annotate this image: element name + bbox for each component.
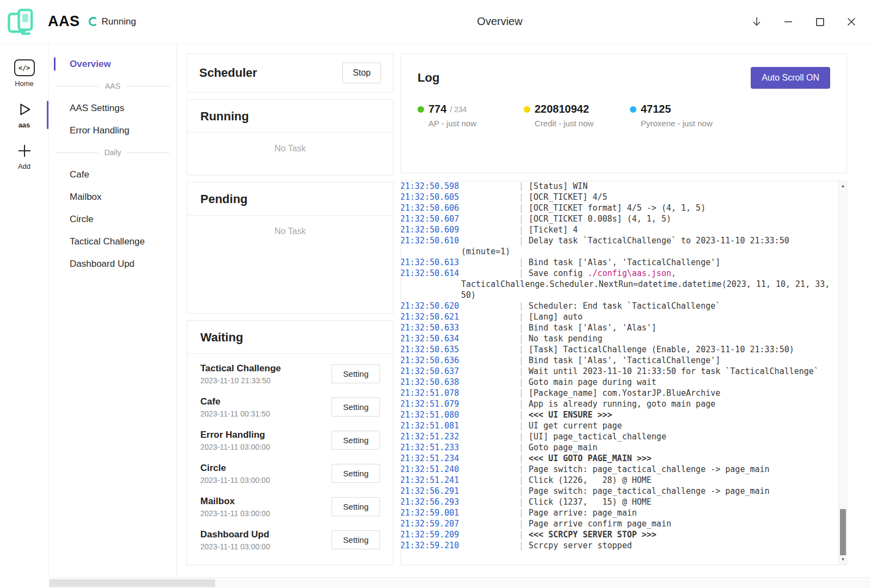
update-download-button[interactable] — [746, 11, 768, 33]
log-time: 21:32:50.636 — [452, 355, 519, 366]
waiting-task-time: 2023-11-11 03:00:00 — [200, 509, 270, 518]
sidebar-item-label: Cafe — [70, 169, 89, 180]
log-message: Click (1226, 28) @ HOME — [529, 475, 652, 485]
log-stat: 774/ 234AP - just now — [418, 103, 524, 128]
sidebar-section-label: AAS — [105, 82, 120, 90]
waiting-title: Waiting — [187, 330, 393, 345]
log-scrollbar[interactable]: ▲ ▼ — [838, 181, 847, 565]
sidebar-item-dashboard-upd[interactable]: Dashboard Upd — [49, 253, 176, 275]
stat-value: 220810942 — [535, 103, 589, 115]
close-button[interactable] — [841, 11, 862, 33]
waiting-task-setting-button[interactable]: Setting — [332, 497, 380, 516]
log-line: INFO21:32:50.614| Save config ./config\a… — [409, 268, 835, 301]
rail-item-home[interactable]: </> Home — [0, 53, 48, 94]
log-separator: | — [519, 454, 529, 463]
waiting-card: Waiting Tactical Challenge2023-11-10 21:… — [187, 320, 394, 565]
log-line: INFO21:32:50.636| Bind task ['Alas', 'Ta… — [409, 355, 835, 366]
log-separator: | — [519, 225, 529, 235]
maximize-icon — [815, 17, 825, 27]
log-separator: | — [519, 541, 529, 550]
log-separator: | — [519, 192, 529, 202]
log-time: 21:32:59.210 — [452, 540, 519, 551]
log-time: 21:32:59.207 — [452, 518, 519, 529]
stat-dot-icon — [418, 106, 424, 113]
stat-label: Pyroxene - just now — [630, 119, 736, 128]
log-line: INFO21:32:59.209| <<< SCRCPY SERVER STOP… — [409, 529, 835, 540]
rail-item-add[interactable]: Add — [0, 136, 48, 176]
sidebar-item-mailbox[interactable]: Mailbox — [49, 186, 176, 208]
log-line: INFO21:32:50.637| Wait until 2023-11-10 … — [409, 366, 835, 377]
waiting-task-name: Circle — [200, 463, 270, 474]
log-message: <<< UI GOTO PAGE_MAIN >>> — [529, 454, 652, 463]
log-separator: | — [519, 508, 529, 518]
log-line: INFO21:32:51.241| Click (1226, 28) @ HOM… — [409, 475, 835, 486]
log-time: 21:32:50.606 — [452, 203, 519, 213]
log-line: INFO21:32:51.240| Page switch: page_tact… — [409, 464, 835, 475]
waiting-task-setting-button[interactable]: Setting — [332, 464, 380, 483]
running-spinner-icon — [89, 17, 98, 26]
log-separator: | — [519, 301, 529, 311]
waiting-task-setting-button[interactable]: Setting — [332, 530, 380, 549]
log-stats: 774/ 234AP - just now220810942Credit - j… — [418, 103, 830, 128]
log-line: INFO21:32:51.079| App is already running… — [409, 399, 835, 409]
log-line: INFO21:32:50.598| [Status] WIN — [409, 181, 835, 192]
log-separator: | — [519, 181, 529, 191]
waiting-task-row: Tactical Challenge2023-11-10 21:33:50Set… — [200, 357, 380, 390]
sidebar-item-cafe[interactable]: Cafe — [49, 163, 176, 186]
log-scrollbar-thumb[interactable] — [840, 509, 846, 555]
log-line: INFO21:32:51.232| [UI] page_tactical_cha… — [409, 431, 835, 442]
waiting-task-row: Mailbox2023-11-11 03:00:00Setting — [200, 490, 380, 523]
log-message: No task pending — [529, 334, 602, 344]
waiting-task-info: Tactical Challenge2023-11-10 21:33:50 — [200, 363, 281, 385]
running-empty-text: No Task — [187, 133, 393, 154]
sidebar-item-error-handling[interactable]: Error Handling — [49, 119, 176, 142]
waiting-task-setting-button[interactable]: Setting — [332, 397, 380, 416]
waiting-task-setting-button[interactable]: Setting — [332, 431, 380, 450]
minimize-icon — [783, 17, 793, 27]
log-time: 21:32:56.291 — [452, 486, 519, 497]
log-time: 21:32:50.635 — [452, 344, 519, 355]
sidebar-item-circle[interactable]: Circle — [49, 208, 176, 230]
home-code-icon: </> — [14, 59, 35, 76]
log-message: [OCR_TICKET 0.008s] (4, 1, 5) — [529, 214, 671, 224]
waiting-task-setting-button[interactable]: Setting — [332, 364, 380, 383]
scroll-up-arrow-icon[interactable]: ▲ — [839, 182, 847, 190]
log-line: INFO21:32:50.607| [OCR_TICKET 0.008s] (4… — [409, 213, 835, 224]
waiting-task-info: Error Handling2023-11-11 03:00:00 — [200, 430, 270, 451]
scroll-down-arrow-icon[interactable]: ▼ — [839, 556, 847, 564]
log-separator: | — [519, 334, 529, 344]
log-scroll[interactable]: INFO21:32:50.598| [Status] WININFO21:32:… — [401, 181, 838, 565]
minimize-button[interactable] — [777, 11, 799, 33]
sidebar-item-label: AAS Settings — [70, 103, 124, 114]
log-separator: | — [519, 323, 529, 333]
log-message: Click (1237, 15) @ HOME — [529, 497, 652, 507]
sidebar-item-overview[interactable]: Overview — [49, 53, 176, 75]
stop-button[interactable]: Stop — [342, 63, 381, 83]
log-separator: | — [519, 410, 529, 420]
waiting-task-name: Dashboard Upd — [200, 529, 270, 540]
maximize-button[interactable] — [809, 11, 831, 33]
waiting-task-row: Cafe2023-11-11 00:31:50Setting — [200, 390, 380, 424]
log-stat-top: 774/ 234 — [418, 103, 524, 115]
log-message: App is already running, goto main page — [529, 399, 715, 409]
log-separator: | — [519, 464, 529, 474]
horizontal-scrollbar[interactable] — [49, 577, 871, 588]
sidebar-item-aas-settings[interactable]: AAS Settings — [49, 97, 176, 119]
log-card: Log Auto Scroll ON 774/ 234AP - just now… — [401, 53, 847, 173]
rail-item-aas[interactable]: aas — [0, 95, 48, 135]
auto-scroll-button[interactable]: Auto Scroll ON — [751, 67, 830, 89]
log-time: 21:32:50.637 — [452, 366, 519, 377]
sidebar-item-tactical-challenge[interactable]: Tactical Challenge — [49, 230, 176, 253]
horizontal-scrollbar-thumb[interactable] — [49, 579, 215, 587]
sidebar-item-label: Mailbox — [70, 192, 102, 203]
log-time: 21:32:51.234 — [452, 453, 519, 464]
log-message: Bind task ['Alas', 'Alas'] — [529, 323, 657, 333]
log-line: INFO21:32:56.291| Page switch: page_tact… — [409, 486, 835, 497]
log-line: INFO21:32:50.638| Goto main page during … — [409, 377, 835, 388]
log-message: [OCR_TICKET format] 4/5 -> (4, 1, 5) — [529, 203, 706, 213]
log-message: [Ticket] 4 — [529, 225, 578, 235]
log-stat: 220810942Credit - just now — [524, 103, 630, 128]
stat-label: Credit - just now — [524, 119, 630, 128]
log-time: 21:32:59.209 — [452, 529, 519, 540]
log-separator: | — [519, 345, 529, 354]
